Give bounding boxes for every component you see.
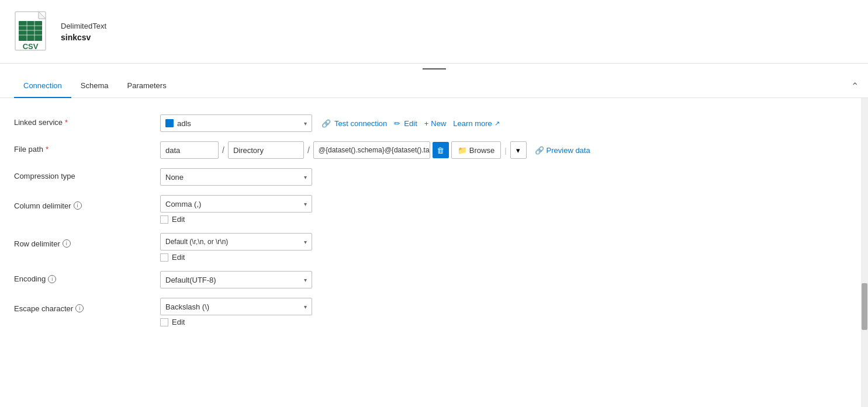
test-connection-button[interactable]: 🔗 Test connection xyxy=(321,119,387,128)
path-dropdown-button[interactable]: ▾ xyxy=(510,141,527,159)
page-container: CSV DelimitedText sinkcsv Connection Sch… xyxy=(0,0,868,407)
row-edit-checkbox[interactable] xyxy=(160,253,168,262)
browse-separator: | xyxy=(503,146,507,155)
escape-edit-label: Edit xyxy=(172,318,185,326)
header-area: CSV DelimitedText sinkcsv xyxy=(0,0,868,64)
escape-character-select[interactable]: Backslash (\) ▾ xyxy=(160,298,312,315)
header-text: DelimitedText sinkcsv xyxy=(61,22,106,42)
browse-button[interactable]: 📁 Browse xyxy=(451,141,501,159)
tab-parameters[interactable]: Parameters xyxy=(117,74,175,98)
escape-character-label: Escape character i xyxy=(14,301,160,313)
file-path-part1[interactable] xyxy=(160,141,219,159)
encoding-chevron: ▾ xyxy=(304,277,307,283)
file-path-required: * xyxy=(46,145,49,154)
column-edit-area: Edit xyxy=(14,213,185,224)
file-path-row: File path * / / @{dataset().schema}@{dat… xyxy=(14,137,854,164)
file-path-part3[interactable]: @{dataset().schema}@{dataset().table}...… xyxy=(313,141,430,159)
file-type-label: DelimitedText xyxy=(61,22,106,30)
escape-edit-area: Edit xyxy=(14,315,185,326)
row-delimiter-label: Row delimiter i xyxy=(14,236,160,248)
row-edit-row: Edit xyxy=(160,253,185,262)
divider-area xyxy=(0,64,868,74)
external-link-icon: ↗ xyxy=(494,120,500,127)
tabs-area: Connection Schema Parameters ⌃ xyxy=(0,74,868,98)
file-path-label: File path * xyxy=(14,141,160,154)
svg-text:CSV: CSV xyxy=(23,42,39,51)
encoding-label: Encoding i xyxy=(14,271,160,283)
column-edit-row: Edit xyxy=(160,215,185,224)
encoding-row: Encoding i Default(UTF-8) ▾ xyxy=(14,266,854,293)
row-delimiter-info: i xyxy=(63,239,71,248)
row-delimiter-section: Row delimiter i Default (\r,\n, or \r\n)… xyxy=(14,228,854,266)
path-separator-1: / xyxy=(221,145,226,155)
main-content: Linked service * adls ▾ 🔗 Test xyxy=(0,98,868,407)
collapse-button[interactable]: ⌃ xyxy=(851,81,859,92)
row-delimiter-chevron: ▾ xyxy=(304,239,307,245)
escape-character-row: Escape character i Backslash (\) ▾ xyxy=(14,298,312,315)
column-delimiter-label: Column delimiter i xyxy=(14,198,160,210)
compression-type-select[interactable]: None ▾ xyxy=(160,168,312,186)
column-delimiter-chevron: ▾ xyxy=(304,201,307,207)
tab-connection[interactable]: Connection xyxy=(14,74,71,98)
row-edit-label: Edit xyxy=(172,253,185,262)
svg-rect-1 xyxy=(19,21,42,41)
column-delimiter-info: i xyxy=(74,201,82,210)
column-edit-label: Edit xyxy=(172,215,185,224)
compression-chevron: ▾ xyxy=(304,174,307,180)
edit-linked-service-button[interactable]: ✏ Edit xyxy=(394,119,417,128)
compression-type-row: Compression type None ▾ xyxy=(14,164,854,190)
divider xyxy=(423,68,446,69)
column-delimiter-section: Column delimiter i Comma (,) ▾ Edit xyxy=(14,190,854,228)
scrollbar-thumb xyxy=(862,283,867,330)
column-delimiter-select[interactable]: Comma (,) ▾ xyxy=(160,195,312,213)
row-edit-area: Edit xyxy=(14,251,185,262)
linked-service-label: Linked service * xyxy=(14,114,160,127)
linked-service-row: Linked service * adls ▾ 🔗 Test xyxy=(14,110,854,137)
linked-service-icon xyxy=(165,119,174,127)
encoding-select[interactable]: Default(UTF-8) ▾ xyxy=(160,271,312,288)
test-conn-icon: 🔗 xyxy=(321,119,331,128)
edit-icon: ✏ xyxy=(394,119,400,128)
encoding-info: i xyxy=(48,275,56,283)
column-edit-checkbox[interactable] xyxy=(160,215,168,224)
form-area: Linked service * adls ▾ 🔗 Test xyxy=(0,98,868,343)
delete-icon: 🗑 xyxy=(437,146,444,155)
required-marker: * xyxy=(65,118,68,127)
file-path-controls: / / @{dataset().schema}@{dataset().table… xyxy=(160,141,596,159)
scrollbar[interactable] xyxy=(861,98,868,407)
column-delimiter-row: Column delimiter i Comma (,) ▾ xyxy=(14,195,312,213)
path-chevron-icon: ▾ xyxy=(516,146,520,155)
escape-edit-checkbox[interactable] xyxy=(160,318,168,326)
escape-character-section: Escape character i Backslash (\) ▾ Edit xyxy=(14,293,854,331)
escape-chevron: ▾ xyxy=(304,304,307,310)
compression-type-label: Compression type xyxy=(14,168,160,180)
escape-character-info: i xyxy=(75,304,84,312)
tab-schema[interactable]: Schema xyxy=(71,74,118,98)
preview-link-icon: 🔗 xyxy=(535,146,544,155)
row-delimiter-row: Row delimiter i Default (\r,\n, or \r\n)… xyxy=(14,233,312,251)
folder-icon: 📁 xyxy=(458,146,467,155)
learn-more-button[interactable]: Learn more ↗ xyxy=(453,119,499,128)
escape-edit-row: Edit xyxy=(160,318,185,326)
row-delimiter-select[interactable]: Default (\r,\n, or \r\n) ▾ xyxy=(160,233,312,251)
action-buttons: 🔗 Test connection ✏ Edit + New Learn xyxy=(321,119,500,128)
file-name-label: sinkcsv xyxy=(61,33,106,42)
plus-icon: + xyxy=(424,119,429,128)
new-linked-service-button[interactable]: + New xyxy=(424,119,447,128)
linked-service-select[interactable]: adls ▾ xyxy=(160,114,312,132)
delete-path-button[interactable]: 🗑 xyxy=(433,142,449,158)
file-path-part2[interactable] xyxy=(228,141,304,159)
linked-service-chevron: ▾ xyxy=(304,120,307,127)
preview-data-button[interactable]: 🔗 Preview data xyxy=(529,141,596,159)
csv-icon: CSV xyxy=(14,11,51,53)
path-separator-2: / xyxy=(306,145,311,155)
linked-service-controls: adls ▾ 🔗 Test connection ✏ Edit xyxy=(160,114,500,132)
